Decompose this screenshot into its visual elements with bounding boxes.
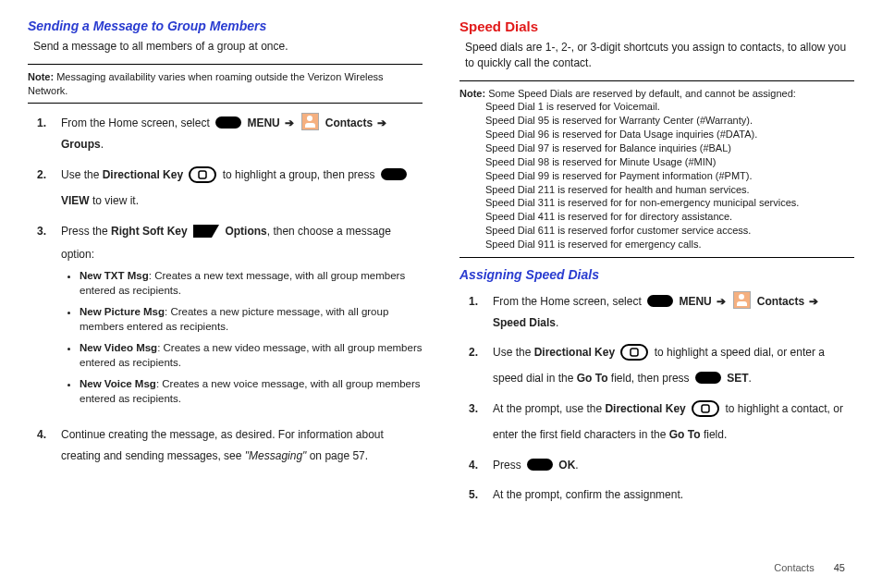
step-4: 4. Press OK. xyxy=(469,455,854,476)
rule xyxy=(28,64,423,65)
text: field. xyxy=(701,428,728,441)
directional-key-label: Directional Key xyxy=(103,168,183,181)
left-column: Sending a Message to Group Members Send … xyxy=(28,18,423,515)
page-number: 45 xyxy=(834,562,845,573)
goto-label: Go To xyxy=(577,372,608,385)
option-title: New Picture Msg xyxy=(80,306,165,317)
step-5: 5. At the prompt, confirm the assignment… xyxy=(469,484,854,506)
option-title: New Voice Msg xyxy=(80,378,156,389)
section-name: Contacts xyxy=(774,562,814,573)
svg-rect-0 xyxy=(190,167,215,182)
groups-label: Groups xyxy=(61,138,101,151)
svg-rect-1 xyxy=(199,171,206,178)
step-number: 4. xyxy=(469,455,493,476)
step-2: 2. Use the Directional Key to highlight … xyxy=(469,342,854,389)
note-left: Note: Messaging availability varies when… xyxy=(28,70,423,98)
note-line: Speed Dial 96 is reserved for Data Usage… xyxy=(485,128,854,141)
arrow-icon xyxy=(283,116,296,129)
step-number: 1. xyxy=(37,113,61,155)
note-label: Note: xyxy=(459,88,485,99)
arrow-icon xyxy=(807,295,820,308)
svg-rect-5 xyxy=(702,405,709,412)
text: At the prompt, confirm the assignment. xyxy=(493,484,854,506)
menu-label: MENU xyxy=(247,116,279,129)
directional-key-label: Directional Key xyxy=(534,346,615,359)
step-2: 2. Use the Directional Key to highlight … xyxy=(37,165,423,212)
right-column: Speed Dials Speed dials are 1-, 2-, or 3… xyxy=(459,18,854,515)
arrow-icon xyxy=(375,116,388,129)
list-item: New Voice Msg: Creates a new voice messa… xyxy=(80,377,423,406)
note-text: Messaging availability varies when roami… xyxy=(28,71,384,96)
step-3: 3. Press the Right Soft Key Options, the… xyxy=(37,221,423,416)
note-lines: Speed Dial 1 is reserved for Voicemail. … xyxy=(459,100,854,251)
note-line: Speed Dial 95 is reserved for Warranty C… xyxy=(485,114,854,128)
step-1: 1. From the Home screen, select MENU Con… xyxy=(469,291,854,334)
list-item: New Video Msg: Creates a new video messa… xyxy=(80,341,423,370)
option-title: New Video Msg xyxy=(80,342,157,353)
intro-right: Speed dials are 1-, 2-, or 3-digit short… xyxy=(465,40,854,71)
steps-left: 1. From the Home screen, select MENU Con… xyxy=(28,113,423,467)
contacts-label: Contacts xyxy=(757,295,804,308)
right-softkey-label: Right Soft Key xyxy=(111,225,188,238)
note-label: Note: xyxy=(28,71,54,82)
note-line: Speed Dial 311 is reserved for for non-e… xyxy=(485,196,854,210)
note-line: Speed Dial 99 is reserved for Payment in… xyxy=(485,169,854,183)
heading-speed-dials: Speed Dials xyxy=(459,18,854,34)
text: to highlight a group, then press xyxy=(223,168,378,181)
dpad-icon xyxy=(189,166,216,190)
svg-rect-4 xyxy=(692,401,718,416)
heading-sending-group: Sending a Message to Group Members xyxy=(28,18,423,33)
step-number: 3. xyxy=(37,221,61,416)
center-key-icon xyxy=(527,459,553,471)
softkey-icon xyxy=(193,224,219,245)
speed-dials-label: Speed Dials xyxy=(493,316,556,329)
steps-right: 1. From the Home screen, select MENU Con… xyxy=(459,291,854,506)
list-item: New Picture Msg: Creates a new picture m… xyxy=(80,305,423,334)
options-label: Options xyxy=(225,225,266,238)
note-line: Speed Dial 97 is reserved for Balance in… xyxy=(485,141,854,155)
note-line: Speed Dial 611 is reserved forfor custom… xyxy=(485,224,854,238)
text: From the Home screen, select xyxy=(61,116,213,129)
step-number: 4. xyxy=(37,424,61,467)
dpad-icon xyxy=(620,344,648,368)
note-right: Note: Some Speed Dials are reserved by d… xyxy=(459,87,854,251)
ok-label: OK xyxy=(558,459,575,472)
note-line: Speed Dial 411 is reserved for for direc… xyxy=(485,210,854,224)
note-line: Speed Dial 98 is reserved for Minute Usa… xyxy=(485,155,854,169)
step-3: 3. At the prompt, use the Directional Ke… xyxy=(469,398,854,446)
options-list: New TXT Msg: Creates a new text message,… xyxy=(61,269,423,406)
text: to view it. xyxy=(90,194,139,207)
menu-label: MENU xyxy=(679,295,711,308)
rule xyxy=(459,257,854,258)
svg-rect-2 xyxy=(621,345,647,360)
text: From the Home screen, select xyxy=(493,295,644,308)
directional-key-label: Directional Key xyxy=(605,402,685,415)
contacts-icon xyxy=(301,113,319,130)
note-line: Speed Dial 211 is reserved for health an… xyxy=(485,183,854,197)
step-number: 5. xyxy=(469,484,493,506)
goto-label: Go To xyxy=(669,428,701,441)
option-title: New TXT Msg xyxy=(80,270,149,281)
menu-icon xyxy=(215,116,241,129)
note-line: Speed Dial 911 is reserved for emergency… xyxy=(485,238,854,251)
text: field, then press xyxy=(608,372,692,385)
arrow-icon xyxy=(715,295,728,308)
text: on page 57. xyxy=(306,449,368,462)
page-footer: Contacts 45 xyxy=(774,562,845,573)
center-key-icon xyxy=(695,372,721,384)
step-number: 2. xyxy=(37,165,61,212)
center-key-icon xyxy=(381,168,407,180)
text: Use the xyxy=(493,346,534,359)
step-1: 1. From the Home screen, select MENU Con… xyxy=(37,113,423,155)
step-number: 3. xyxy=(469,398,493,446)
contacts-icon xyxy=(733,291,751,309)
rule xyxy=(28,103,423,104)
step-number: 2. xyxy=(469,342,493,389)
step-number: 1. xyxy=(469,291,493,334)
view-label: VIEW xyxy=(61,194,90,207)
text: Press xyxy=(493,459,524,472)
text: At the prompt, use the xyxy=(493,402,605,415)
messaging-ref: "Messaging" xyxy=(245,449,307,462)
rule xyxy=(459,80,854,81)
heading-assigning: Assigning Speed Dials xyxy=(459,267,854,282)
